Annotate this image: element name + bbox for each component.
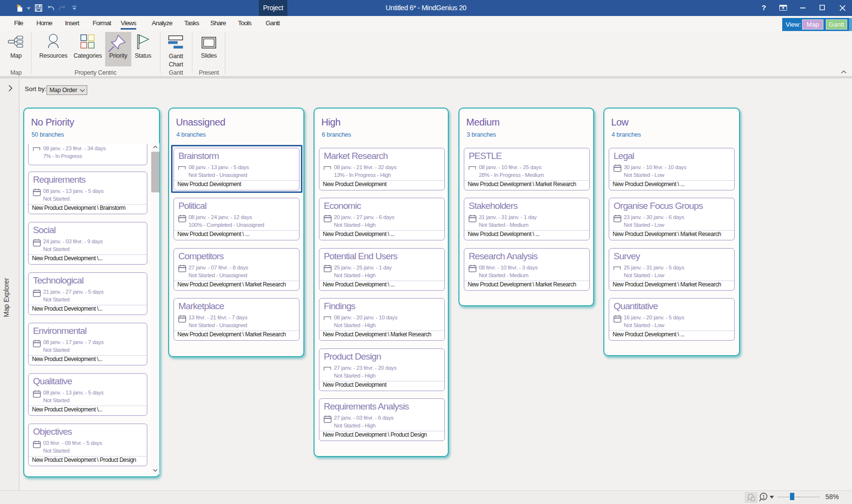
svg-text:1: 1 (762, 494, 765, 500)
